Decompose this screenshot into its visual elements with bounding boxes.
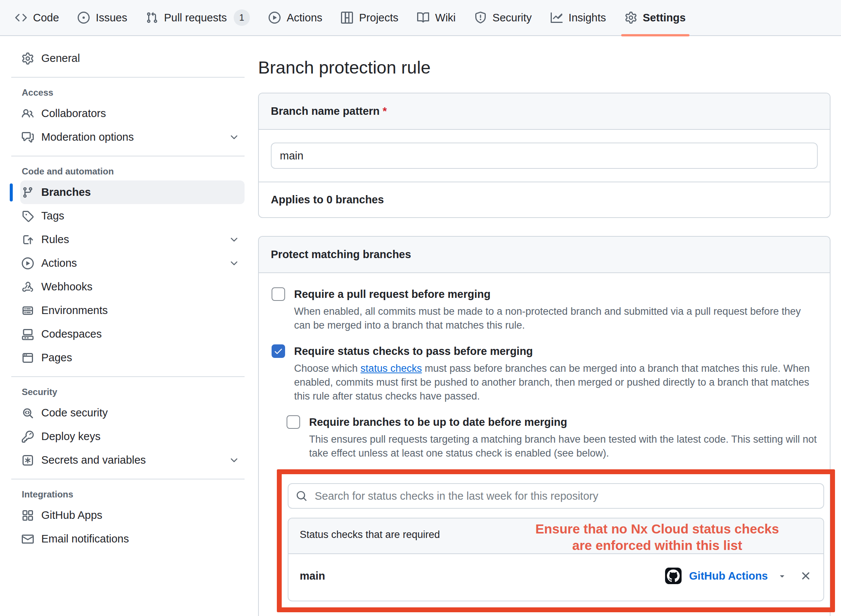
search-icon bbox=[296, 490, 307, 502]
require-status-checks-text: Require status checks to pass before mer… bbox=[294, 344, 812, 403]
chevron-down-icon bbox=[229, 258, 239, 269]
sidebar-item-tags[interactable]: Tags bbox=[20, 204, 245, 228]
sidebar-item-deploy-keys[interactable]: Deploy keys bbox=[20, 425, 245, 448]
sidebar-section-access: Access bbox=[22, 87, 245, 98]
chevron-down-icon bbox=[229, 132, 239, 143]
tab-label: Security bbox=[493, 12, 532, 24]
status-check-row: main GitHub Actions bbox=[288, 554, 823, 601]
github-mark-icon bbox=[667, 569, 680, 582]
tab-settings[interactable]: Settings bbox=[621, 0, 689, 36]
sidebar-item-code-security[interactable]: Code security bbox=[20, 401, 245, 425]
sidebar-section-security: Security bbox=[22, 387, 245, 397]
sidebar-item-pages[interactable]: Pages bbox=[20, 346, 245, 370]
sidebar-item-moderation-options[interactable]: Moderation options bbox=[20, 125, 245, 149]
checkbox-description: This ensures pull requests targeting a m… bbox=[309, 433, 818, 460]
tab-code[interactable]: Code bbox=[11, 0, 63, 36]
tab-label: Projects bbox=[359, 12, 398, 24]
tab-label: Issues bbox=[96, 12, 127, 24]
sidebar-item-actions[interactable]: Actions bbox=[20, 251, 245, 275]
tab-label: Actions bbox=[287, 12, 322, 24]
branch-name-pattern-label: Branch name pattern bbox=[271, 105, 380, 117]
github-actions-app-link[interactable]: GitHub Actions bbox=[689, 570, 768, 582]
tab-label: Pull requests bbox=[164, 12, 227, 24]
issue-opened-icon bbox=[78, 12, 90, 24]
play-icon bbox=[22, 257, 34, 269]
annotation-highlight-box: Status checks that are required Ensure t… bbox=[277, 469, 835, 612]
require-up-to-date-checkbox[interactable] bbox=[287, 415, 300, 429]
tab-label: Code bbox=[33, 12, 59, 24]
remove-status-check-icon[interactable] bbox=[799, 569, 812, 582]
tab-projects[interactable]: Projects bbox=[337, 0, 402, 36]
sidebar-item-general[interactable]: General bbox=[20, 47, 245, 70]
required-status-checks-title: Status checks that are required bbox=[300, 529, 440, 540]
description-text: Choose which bbox=[294, 363, 360, 374]
branch-name-pattern-input[interactable] bbox=[271, 143, 818, 169]
sidebar-item-github-apps[interactable]: GitHub Apps bbox=[20, 503, 245, 527]
sidebar-item-secrets-variables[interactable]: Secrets and variables bbox=[20, 448, 245, 472]
play-icon bbox=[269, 12, 281, 24]
mail-icon bbox=[22, 533, 34, 545]
browser-icon bbox=[22, 352, 34, 364]
branch-name-pattern-body bbox=[259, 130, 830, 182]
applies-to-branches-text: Applies to 0 branches bbox=[259, 182, 830, 217]
require-status-checks-row: Require status checks to pass before mer… bbox=[272, 344, 818, 403]
tab-pull-requests[interactable]: Pull requests 1 bbox=[142, 0, 254, 36]
sidebar-item-label: General bbox=[41, 52, 80, 65]
sidebar-item-label: Actions bbox=[41, 257, 77, 269]
sidebar-item-label: Deploy keys bbox=[41, 430, 101, 443]
graph-icon bbox=[551, 12, 563, 24]
sidebar-item-label: Collaborators bbox=[41, 107, 106, 120]
sidebar-item-collaborators[interactable]: Collaborators bbox=[20, 102, 245, 125]
status-check-search bbox=[288, 483, 824, 509]
tab-insights[interactable]: Insights bbox=[547, 0, 610, 36]
sidebar-item-label: Tags bbox=[41, 210, 64, 222]
require-pull-request-checkbox[interactable] bbox=[272, 287, 285, 301]
sidebar-item-rules[interactable]: Rules bbox=[20, 228, 245, 251]
chevron-down-icon bbox=[229, 455, 239, 466]
github-actions-avatar bbox=[665, 568, 682, 584]
sidebar-item-codespaces[interactable]: Codespaces bbox=[20, 322, 245, 346]
book-icon bbox=[417, 12, 429, 24]
sidebar-item-environments[interactable]: Environments bbox=[20, 299, 245, 322]
page-title: Branch protection rule bbox=[258, 57, 830, 78]
require-status-checks-checkbox[interactable] bbox=[272, 344, 285, 358]
sidebar-item-webhooks[interactable]: Webhooks bbox=[20, 275, 245, 299]
sidebar-item-branches[interactable]: Branches bbox=[20, 180, 245, 204]
checkbox-label: Require status checks to pass before mer… bbox=[294, 344, 812, 359]
sidebar-item-label: Pages bbox=[41, 352, 72, 364]
status-check-row-actions: GitHub Actions bbox=[665, 568, 812, 584]
checkbox-label: Require branches to be up to date before… bbox=[309, 415, 818, 430]
sidebar-item-label: Webhooks bbox=[41, 281, 93, 293]
require-up-to-date-text: Require branches to be up to date before… bbox=[309, 415, 818, 460]
sidebar-item-email-notifications[interactable]: Email notifications bbox=[20, 527, 245, 551]
sidebar-section-code-automation: Code and automation bbox=[22, 166, 245, 177]
sidebar-item-label: Rules bbox=[41, 233, 69, 246]
tab-issues[interactable]: Issues bbox=[74, 0, 131, 36]
tab-actions[interactable]: Actions bbox=[265, 0, 326, 36]
server-icon bbox=[22, 305, 34, 317]
annotation-text: Ensure that no Nx Cloud status checks ar… bbox=[499, 521, 816, 554]
checkbox-description: Choose which status checks must pass bef… bbox=[294, 362, 812, 403]
status-check-search-input[interactable] bbox=[288, 483, 824, 509]
apps-icon bbox=[22, 509, 34, 521]
status-checks-link[interactable]: status checks bbox=[360, 363, 422, 374]
annotation-line-2: are enforced within this list bbox=[499, 537, 816, 554]
project-icon bbox=[341, 12, 353, 24]
repo-tab-nav: Code Issues Pull requests 1 Actions Proj… bbox=[0, 0, 841, 36]
sidebar-item-label: Code security bbox=[41, 407, 108, 419]
protect-matching-branches-body: Require a pull request before merging Wh… bbox=[259, 273, 830, 616]
tab-security[interactable]: Security bbox=[471, 0, 536, 36]
require-pull-request-text: Require a pull request before merging Wh… bbox=[294, 287, 812, 332]
tab-label: Settings bbox=[643, 12, 686, 24]
tab-wiki[interactable]: Wiki bbox=[413, 0, 460, 36]
git-pull-request-icon bbox=[146, 12, 158, 24]
caret-down-icon[interactable] bbox=[778, 571, 787, 580]
people-icon bbox=[22, 108, 34, 120]
required-asterisk: * bbox=[383, 105, 387, 117]
branch-name-pattern-card: Branch name pattern* Applies to 0 branch… bbox=[258, 93, 830, 218]
tag-icon bbox=[22, 210, 34, 222]
sidebar-divider bbox=[11, 156, 245, 156]
sidebar-item-label: Environments bbox=[41, 304, 108, 317]
sidebar-item-label: Secrets and variables bbox=[41, 454, 146, 466]
webhook-icon bbox=[22, 281, 34, 293]
